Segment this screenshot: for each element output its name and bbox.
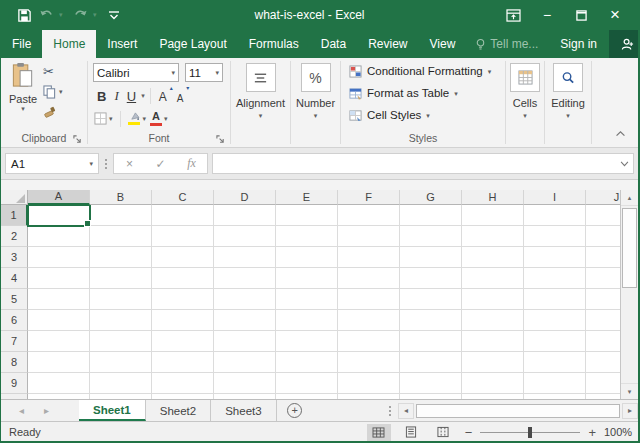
cell-B4[interactable] — [90, 268, 152, 289]
formula-input[interactable] — [212, 153, 634, 174]
cell-C1[interactable] — [152, 205, 214, 226]
cells-dropdown-icon[interactable]: ▾ — [506, 112, 544, 119]
prev-sheet-icon[interactable]: ◂ — [19, 405, 24, 416]
group-cells[interactable]: Cells ▾ — [506, 58, 544, 147]
fill-color-button[interactable]: ▾ — [128, 112, 147, 125]
cell-C3[interactable] — [152, 247, 214, 268]
cell-G3[interactable] — [400, 247, 462, 268]
cell-B8[interactable] — [90, 352, 152, 373]
font-name-select[interactable]: Calibri ▾ — [93, 63, 179, 82]
cell-D4[interactable] — [214, 268, 276, 289]
tab-formulas[interactable]: Formulas — [238, 30, 310, 58]
format-as-table-button[interactable]: Format as Table ▾ — [349, 84, 491, 102]
tab-insert[interactable]: Insert — [96, 30, 148, 58]
number-button[interactable]: % — [301, 63, 331, 92]
enter-button[interactable]: ✓ — [145, 157, 176, 171]
minimize-button[interactable]: − — [530, 2, 564, 28]
cell-B6[interactable] — [90, 310, 152, 331]
tab-home[interactable]: Home — [42, 30, 96, 58]
bold-button[interactable]: B — [94, 87, 109, 105]
cell-D6[interactable] — [214, 310, 276, 331]
cell-J1[interactable] — [586, 205, 620, 226]
cell-I3[interactable] — [524, 247, 586, 268]
cell-G2[interactable] — [400, 226, 462, 247]
cell-G10[interactable] — [400, 394, 462, 399]
editing-button[interactable] — [553, 63, 583, 92]
cell-C9[interactable] — [152, 373, 214, 394]
collapse-ribbon-icon[interactable] — [615, 127, 626, 139]
expand-formula-bar-icon[interactable] — [620, 161, 629, 167]
tell-me-box[interactable]: Tell me... — [466, 30, 548, 58]
redo-icon[interactable] — [71, 6, 89, 24]
formula-bar-handle[interactable] — [99, 159, 113, 169]
scroll-right-icon[interactable]: ▸ — [622, 403, 638, 419]
tab-page-layout[interactable]: Page Layout — [148, 30, 237, 58]
cell-H2[interactable] — [462, 226, 524, 247]
column-header-C[interactable]: C — [152, 190, 214, 205]
cancel-button[interactable]: × — [114, 157, 145, 171]
cell-E1[interactable] — [276, 205, 338, 226]
horizontal-scroll-track[interactable] — [414, 403, 622, 419]
cell-B10[interactable] — [90, 394, 152, 399]
cell-H1[interactable] — [462, 205, 524, 226]
redo-dropdown-icon[interactable]: ▾ — [93, 11, 101, 19]
close-button[interactable]: × — [598, 2, 632, 28]
copy-dropdown-icon[interactable]: ▾ — [59, 88, 63, 95]
cell-J10[interactable] — [586, 394, 620, 399]
column-header-E[interactable]: E — [276, 190, 338, 205]
save-icon[interactable] — [15, 6, 33, 24]
horizontal-scrollbar[interactable]: ◂ ▸ — [398, 400, 638, 421]
cell-I9[interactable] — [524, 373, 586, 394]
clipboard-dialog-launcher-icon[interactable] — [73, 134, 83, 144]
cell-D2[interactable] — [214, 226, 276, 247]
cell-F6[interactable] — [338, 310, 400, 331]
cell-C8[interactable] — [152, 352, 214, 373]
tab-view[interactable]: View — [419, 30, 467, 58]
cell-J3[interactable] — [586, 247, 620, 268]
cell-H6[interactable] — [462, 310, 524, 331]
zoom-in-button[interactable]: + — [588, 426, 596, 439]
column-header-D[interactable]: D — [214, 190, 276, 205]
cell-A8[interactable] — [28, 352, 90, 373]
underline-dropdown-icon[interactable]: ▾ — [141, 92, 145, 99]
cell-I10[interactable] — [524, 394, 586, 399]
font-size-select[interactable]: 11 ▾ — [185, 63, 223, 82]
cell-J8[interactable] — [586, 352, 620, 373]
cell-E6[interactable] — [276, 310, 338, 331]
format-painter-button[interactable] — [43, 104, 63, 119]
column-header-A[interactable]: A — [28, 190, 90, 205]
cell-J7[interactable] — [586, 331, 620, 352]
scroll-left-icon[interactable]: ◂ — [398, 403, 414, 419]
column-header-B[interactable]: B — [90, 190, 152, 205]
italic-button[interactable]: I — [111, 87, 121, 105]
cell-G9[interactable] — [400, 373, 462, 394]
row-header-8[interactable]: 8 — [1, 352, 28, 373]
cell-F2[interactable] — [338, 226, 400, 247]
new-sheet-button[interactable]: + — [277, 400, 313, 421]
cell-F3[interactable] — [338, 247, 400, 268]
group-editing[interactable]: Editing ▾ — [545, 58, 591, 147]
cell-F8[interactable] — [338, 352, 400, 373]
sheet-tab-sheet3[interactable]: Sheet3 — [211, 400, 276, 421]
cell-J6[interactable] — [586, 310, 620, 331]
horizontal-scroll-thumb[interactable] — [416, 404, 620, 418]
cell-B7[interactable] — [90, 331, 152, 352]
zoom-level[interactable]: 100% — [604, 426, 638, 438]
borders-button[interactable]: ▾ — [94, 112, 113, 125]
cell-E7[interactable] — [276, 331, 338, 352]
alignment-dropdown-icon[interactable]: ▾ — [231, 112, 290, 119]
row-header-4[interactable]: 4 — [1, 268, 28, 289]
decrease-font-size-button[interactable]: A▾ — [174, 87, 189, 105]
paste-dropdown-icon[interactable]: ▾ — [7, 105, 39, 112]
cell-A9[interactable] — [28, 373, 90, 394]
cell-E8[interactable] — [276, 352, 338, 373]
cell-H7[interactable] — [462, 331, 524, 352]
group-alignment[interactable]: Alignment ▾ — [231, 58, 290, 147]
tab-data[interactable]: Data — [310, 30, 357, 58]
undo-icon[interactable] — [37, 6, 55, 24]
tab-review[interactable]: Review — [357, 30, 418, 58]
cell-F5[interactable] — [338, 289, 400, 310]
number-dropdown-icon[interactable]: ▾ — [291, 112, 340, 119]
share-button[interactable]: Share — [609, 30, 640, 58]
row-header-6[interactable]: 6 — [1, 310, 28, 331]
